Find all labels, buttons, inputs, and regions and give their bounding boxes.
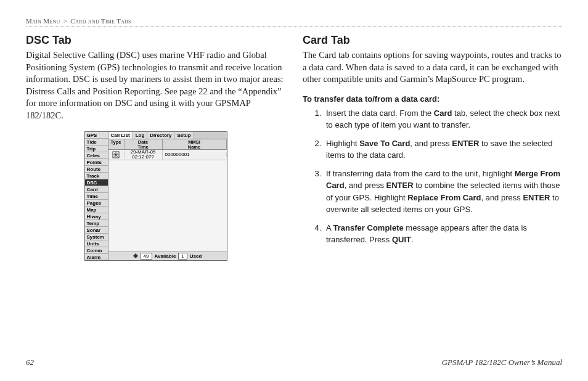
gps-row-date: 29-MAR-0502:12:07? xyxy=(125,150,163,160)
gps-tab-celes: Celes xyxy=(85,152,108,159)
gps-screenshot-wrap: GPSTideTripCelesPointsRouteTrackDSCCardT… xyxy=(26,131,285,261)
manual-title: GPSMAP 182/182C Owner’s Manual xyxy=(442,358,562,367)
breadcrumb-part1: Main Menu xyxy=(26,17,60,25)
gps-screenshot: GPSTideTripCelesPointsRouteTrackDSCCardT… xyxy=(84,131,227,261)
gps-tab-sonar: Sonar xyxy=(85,227,108,234)
gps-footer: 49 Available 1 Used xyxy=(108,252,227,260)
gps-header-mmsi: MMSIName xyxy=(163,139,227,149)
steps-list: Insert the data card. From the Card tab,… xyxy=(303,107,562,246)
gps-tab-time: Time xyxy=(85,193,108,200)
gps-tab-units: Units xyxy=(85,240,108,247)
card-heading: Card Tab xyxy=(303,34,562,47)
gps-tab-hiway: Hiway xyxy=(85,213,108,220)
gps-tab-temp: Temp xyxy=(85,220,108,227)
dsc-heading: DSC Tab xyxy=(26,34,285,47)
gps-row-type-icon xyxy=(108,151,125,158)
gps-subtabs: Call ListLogDirectorySetup xyxy=(108,132,227,139)
gps-footer-used-count: 1 xyxy=(178,253,187,260)
gps-tab-card: Card xyxy=(85,186,108,193)
gps-tab-system: System xyxy=(85,234,108,240)
gps-footer-used-label: Used xyxy=(190,253,202,259)
gps-table-body xyxy=(108,160,227,252)
gps-table-row: 29-MAR-0502:12:07? 000000001 xyxy=(108,150,227,160)
gps-tab-comm: Comm xyxy=(85,247,108,254)
page-number: 62 xyxy=(26,358,34,367)
gps-table-header: Type DateTime MMSIName xyxy=(108,139,227,150)
gps-sidebar: GPSTideTripCelesPointsRouteTrackDSCCardT… xyxy=(85,132,108,260)
gps-subtab-call-list: Call List xyxy=(108,132,133,139)
gps-tab-route: Route xyxy=(85,166,108,173)
gps-subtab-directory: Directory xyxy=(147,132,174,139)
gps-tab-tide: Tide xyxy=(85,139,108,145)
gps-header-date: DateTime xyxy=(125,139,163,149)
gps-footer-available-count: 49 xyxy=(141,253,152,260)
diamond-icon xyxy=(133,253,138,260)
gps-tab-points: Points xyxy=(85,159,108,166)
svg-marker-5 xyxy=(133,253,138,258)
gps-subtab-log: Log xyxy=(133,132,148,139)
content-columns: DSC Tab Digital Selective Calling (DSC) … xyxy=(26,34,562,261)
step-4: A Transfer Complete message appears afte… xyxy=(324,222,562,246)
step-2: Highlight Save To Card, and press ENTER … xyxy=(324,137,562,162)
breadcrumb: Main Menu > Card and Time Tabs xyxy=(26,17,562,27)
gps-tab-pages: Pages xyxy=(85,200,108,207)
gps-row-mmsi: 000000001 xyxy=(163,152,227,157)
gps-main: Call ListLogDirectorySetup Type DateTime… xyxy=(108,132,227,260)
gps-tab-alarm: Alarm xyxy=(85,254,108,261)
page-footer: 62 GPSMAP 182/182C Owner’s Manual xyxy=(26,358,562,367)
card-body: The Card tab contains options for saving… xyxy=(303,49,562,86)
gps-tab-trip: Trip xyxy=(85,145,108,152)
gps-subtab-setup: Setup xyxy=(174,132,194,139)
gps-tab-map: Map xyxy=(85,207,108,213)
right-column: Card Tab The Card tab contains options f… xyxy=(303,34,562,261)
gps-tab-dsc: DSC xyxy=(85,179,108,186)
gps-footer-available-label: Available xyxy=(155,253,176,259)
card-subhead: To transfer data to/from a data card: xyxy=(303,94,562,104)
gps-header-type: Type xyxy=(108,139,125,149)
dsc-body: Digital Selective Calling (DSC) uses mar… xyxy=(26,49,285,121)
gps-tab-track: Track xyxy=(85,173,108,179)
left-column: DSC Tab Digital Selective Calling (DSC) … xyxy=(26,34,285,261)
step-3: If transferring data from the card to th… xyxy=(324,168,562,216)
breadcrumb-part2: Card and Time Tabs xyxy=(70,17,131,25)
gps-tab-gps: GPS xyxy=(85,132,108,139)
step-1: Insert the data card. From the Card tab,… xyxy=(324,107,562,131)
breadcrumb-sep: > xyxy=(63,17,68,25)
